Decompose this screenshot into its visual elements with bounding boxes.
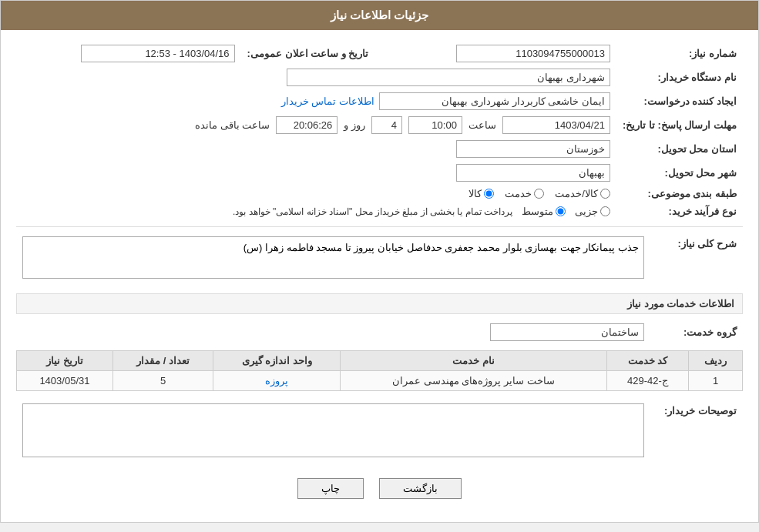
goroh-value: ساختمان [490, 323, 644, 341]
radio-khedmat[interactable]: خدمت [505, 188, 544, 199]
radio-motosat-input[interactable] [556, 206, 566, 216]
nam-dastgah-value: شهرداری بهبهان [287, 69, 610, 86]
radio-kala-khedmat[interactable]: کالا/خدمت [555, 188, 610, 199]
th-unit: واحد اندازه گیری [213, 351, 341, 371]
mohlat-saat-label: ساعت [468, 119, 496, 131]
nam-dastgah-label: نام دستگاه خریدار: [616, 65, 743, 89]
btn-row: بازگشت چاپ [16, 478, 743, 499]
mohlat-saat: 10:00 [408, 116, 462, 134]
th-taarikh: تاریخ نیاز [17, 351, 113, 371]
radio-motosat-label: متوسط [522, 206, 553, 217]
radio-motosat[interactable]: متوسط [522, 206, 566, 217]
ostan-value: خوزستان [456, 140, 610, 158]
radio-kala-khedmat-label: کالا/خدمت [555, 188, 598, 199]
goroh-table: گروه خدمت: ساختمان [16, 320, 743, 344]
sharh-label: شرح کلی نیاز: [650, 233, 743, 284]
back-button[interactable]: بازگشت [379, 478, 462, 499]
sharh-textarea [22, 236, 644, 279]
table-row: 1ج-42-429ساخت سایر پروژه‌های مهندسی عمرا… [17, 371, 743, 391]
ijad-label: ایجاد کننده درخواست: [616, 89, 743, 113]
shomara-label: شماره نیاز: [616, 42, 743, 65]
tamaas-link[interactable]: اطلاعات تماس خریدار [281, 95, 374, 107]
ijad-value: ایمان خاشعی کاربردار شهرداری بهبهان [379, 92, 610, 110]
th-tedad: تعداد / مقدار [113, 351, 213, 371]
tosaif-label: توصیحات خریدار: [650, 400, 743, 463]
page-header: جزئیات اطلاعات نیاز [1, 1, 758, 30]
mohlat-label: مهلت ارسال پاسخ: تا تاریخ: [616, 113, 743, 137]
radio-kala[interactable]: کالا [468, 188, 494, 199]
content-area: شماره نیاز: 1103094755000013 تاریخ و ساع… [1, 30, 758, 522]
td-code: ج-42-429 [606, 371, 688, 391]
form-table-sharh: شرح کلی نیاز: [16, 233, 743, 284]
tosaif-textarea[interactable] [22, 403, 644, 457]
taarikh-value: 1403/04/16 - 12:53 [81, 45, 235, 62]
nooe-farayand-label: نوع فرآیند خرید: [616, 202, 743, 220]
taarikh-label: تاریخ و ساعت اعلان عمومی: [241, 42, 392, 65]
form-table-1: شماره نیاز: 1103094755000013 تاریخ و ساع… [16, 42, 743, 220]
mohlat-rooz-label: روز و [344, 119, 365, 131]
td-unit: پروزه [213, 371, 341, 391]
page-title: جزئیات اطلاعات نیاز [331, 8, 428, 22]
radio-jozi[interactable]: جزیی [575, 206, 610, 217]
separator-1 [16, 226, 743, 227]
td-name: ساخت سایر پروژه‌های مهندسی عمران [340, 371, 606, 391]
ostan-label: استان محل تحویل: [616, 137, 743, 161]
goroh-label: گروه خدمت: [650, 320, 743, 344]
tabagheh-label: طبقه بندی موضوعی: [616, 185, 743, 202]
radio-kala-label: کالا [468, 188, 482, 199]
th-name: نام خدمت [340, 351, 606, 371]
tosaif-table: توصیحات خریدار: [16, 400, 743, 463]
print-button[interactable]: چاپ [297, 478, 364, 499]
radio-kala-input[interactable] [484, 189, 494, 199]
shahr-value: بهبهان [456, 164, 610, 182]
radio-khedmat-input[interactable] [534, 189, 544, 199]
service-table: ردیف کد خدمت نام خدمت واحد اندازه گیری ت… [16, 350, 743, 391]
mohlat-date: 1403/04/21 [502, 116, 610, 134]
nooe-note: پرداخت تمام یا بخشی از مبلغ خریداز محل "… [233, 206, 512, 217]
td-radif: 1 [689, 371, 743, 391]
mohlat-rooz: 4 [371, 116, 402, 134]
shomara-value: 1103094755000013 [456, 45, 610, 62]
td-tedad: 5 [113, 371, 213, 391]
radio-khedmat-label: خدمت [505, 188, 532, 199]
page-wrapper: جزئیات اطلاعات نیاز شماره نیاز: 11030947… [0, 0, 759, 523]
mohlat-maandeh: 20:06:26 [276, 116, 338, 134]
th-radif: ردیف [689, 351, 743, 371]
shahr-label: شهر محل تحویل: [616, 161, 743, 185]
radio-jozi-input[interactable] [600, 206, 610, 216]
td-taarikh: 1403/05/31 [17, 371, 113, 391]
th-code: کد خدمت [606, 351, 688, 371]
khadamat-section-title: اطلاعات خدمات مورد نیاز [16, 293, 743, 314]
mohlat-maandeh-label: ساعت باقی مانده [195, 119, 270, 131]
radio-kala-khedmat-input[interactable] [600, 189, 610, 199]
radio-jozi-label: جزیی [575, 206, 598, 217]
